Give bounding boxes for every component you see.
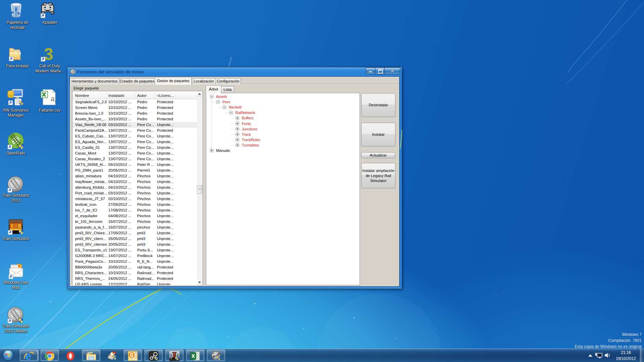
- svg-text:TrackRules: TrackRules: [242, 138, 261, 142]
- svg-text:Pere: Pere: [222, 100, 230, 104]
- svg-text:RenfeIII: RenfeIII: [229, 105, 242, 109]
- svg-text:Assets: Assets: [216, 95, 227, 99]
- svg-text:Buffers: Buffers: [242, 116, 254, 120]
- svg-text:Fonts: Fonts: [242, 122, 251, 126]
- svg-text:Track: Track: [242, 132, 251, 136]
- svg-text:RailNetwork: RailNetwork: [235, 111, 256, 115]
- svg-text:Junctions: Junctions: [242, 127, 258, 131]
- svg-text:Manuals: Manuals: [216, 148, 230, 153]
- svg-text:a,: a,: [51, 94, 57, 103]
- svg-text:Turntables: Turntables: [242, 143, 259, 147]
- svg-text:99: 99: [113, 351, 117, 355]
